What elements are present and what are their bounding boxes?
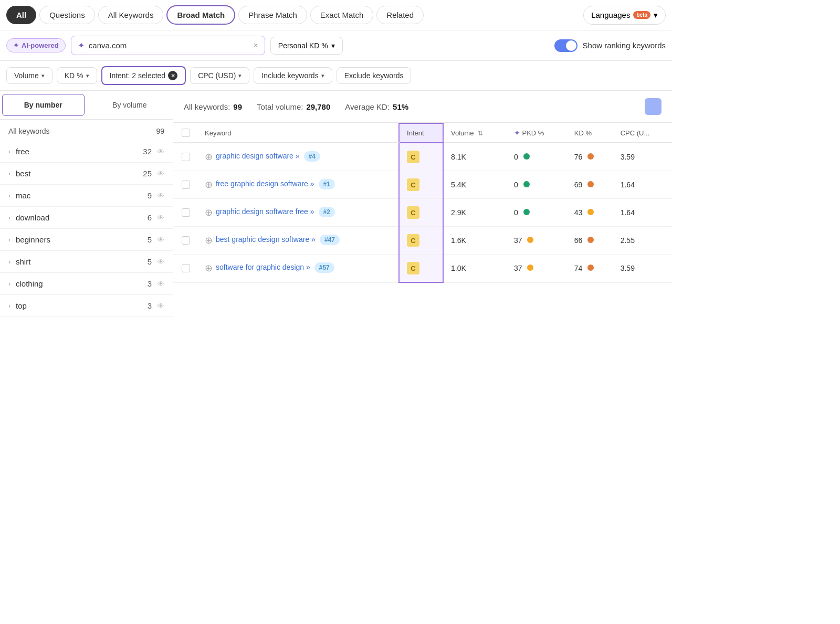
expand-arrow-icon: › bbox=[8, 280, 10, 288]
expand-arrow-icon: › bbox=[8, 192, 10, 199]
row-checkbox-cell bbox=[173, 143, 197, 171]
row-checkbox[interactable] bbox=[182, 264, 190, 272]
intent-cell: C bbox=[399, 199, 443, 227]
tab-exact-match[interactable]: Exact Match bbox=[310, 6, 374, 24]
cpc-filter[interactable]: CPC (USD) ▾ bbox=[190, 67, 249, 84]
sidebar-item[interactable]: › mac 9 👁 bbox=[0, 185, 173, 207]
add-keyword-icon[interactable]: ⊕ bbox=[205, 151, 213, 163]
volume-col-label: Volume bbox=[451, 129, 474, 137]
rank-badge: #1 bbox=[319, 179, 335, 189]
kd-value: 74 bbox=[574, 264, 583, 272]
sidebar-item[interactable]: › free 32 👁 bbox=[0, 141, 173, 163]
search-clear-icon[interactable]: × bbox=[253, 41, 258, 50]
row-checkbox[interactable] bbox=[182, 153, 190, 161]
pkd-dot bbox=[527, 237, 533, 243]
sidebar-item-label: top bbox=[16, 301, 148, 310]
keyword-link[interactable]: graphic design software free » bbox=[216, 207, 314, 217]
chevron-down-icon: ▾ bbox=[321, 72, 324, 79]
sort-icon: ⇅ bbox=[478, 130, 483, 137]
kd-dot bbox=[587, 209, 594, 215]
intent-cell: C bbox=[399, 143, 443, 171]
intent-filter-label: Intent: 2 selected bbox=[110, 71, 166, 80]
expand-arrow-icon: › bbox=[8, 170, 10, 177]
row-checkbox[interactable] bbox=[182, 181, 190, 189]
show-ranking-toggle[interactable] bbox=[554, 39, 578, 52]
sidebar-item-label: mac bbox=[16, 191, 148, 200]
keyword-link[interactable]: free graphic design software » bbox=[216, 179, 314, 189]
eye-icon[interactable]: 👁 bbox=[157, 302, 164, 310]
row-checkbox[interactable] bbox=[182, 208, 190, 217]
volume-filter[interactable]: Volume ▾ bbox=[6, 67, 52, 84]
keyword-link[interactable]: best graphic design software » bbox=[216, 235, 316, 245]
tab-phrase-match[interactable]: Phrase Match bbox=[238, 6, 307, 24]
include-keywords-filter[interactable]: Include keywords ▾ bbox=[254, 67, 332, 84]
table-row: ⊕ best graphic design software » #47 C 1… bbox=[173, 227, 672, 255]
kd-dropdown[interactable]: Personal KD % ▾ bbox=[270, 37, 343, 55]
row-checkbox[interactable] bbox=[182, 236, 190, 245]
intent-cell: C bbox=[399, 255, 443, 283]
add-keyword-icon[interactable]: ⊕ bbox=[205, 235, 213, 246]
toggle-knob bbox=[566, 40, 576, 51]
eye-icon[interactable]: 👁 bbox=[157, 280, 164, 288]
total-volume-value: 29,780 bbox=[306, 102, 330, 111]
all-keywords-value: 99 bbox=[233, 102, 242, 111]
eye-icon[interactable]: 👁 bbox=[157, 236, 164, 244]
col-kd: KD % bbox=[567, 123, 613, 143]
exclude-keywords-filter[interactable]: Exclude keywords bbox=[337, 67, 412, 84]
intent-badge: C bbox=[407, 151, 419, 163]
add-keyword-icon[interactable]: ⊕ bbox=[205, 179, 213, 191]
sidebar-item[interactable]: › download 6 👁 bbox=[0, 207, 173, 229]
languages-button[interactable]: Languages beta ▾ bbox=[583, 6, 666, 25]
sidebar-item[interactable]: › shirt 5 👁 bbox=[0, 251, 173, 273]
tab-questions[interactable]: Questions bbox=[39, 6, 95, 24]
eye-icon[interactable]: 👁 bbox=[157, 258, 164, 266]
tab-related[interactable]: Related bbox=[376, 6, 424, 24]
cpc-value: 1.64 bbox=[621, 208, 635, 217]
pkd-cell: 37 bbox=[507, 227, 567, 255]
intent-filter[interactable]: Intent: 2 selected ✕ bbox=[101, 66, 186, 85]
col-intent[interactable]: Intent bbox=[399, 123, 443, 143]
sidebar-item[interactable]: › top 3 👁 bbox=[0, 295, 173, 317]
pkd-value: 37 bbox=[514, 264, 522, 272]
kd-filter-label: KD % bbox=[65, 71, 83, 80]
sidebar-item[interactable]: › clothing 3 👁 bbox=[0, 273, 173, 295]
tab-all-keywords[interactable]: All Keywords bbox=[98, 6, 164, 24]
eye-icon[interactable]: 👁 bbox=[157, 192, 164, 200]
sidebar-item[interactable]: › beginners 5 👁 bbox=[0, 229, 173, 251]
sidebar-item-count: 9 bbox=[148, 191, 152, 200]
kd-dot bbox=[587, 181, 594, 187]
sparkle-search-icon: ✦ bbox=[78, 40, 85, 50]
sidebar-item-label: clothing bbox=[16, 279, 148, 288]
add-keyword-icon[interactable]: ⊕ bbox=[205, 207, 213, 218]
kd-filter[interactable]: KD % ▾ bbox=[57, 67, 97, 84]
all-keywords-label: All keywords: bbox=[184, 102, 230, 111]
eye-icon[interactable]: 👁 bbox=[157, 147, 164, 156]
kd-dropdown-label: Personal KD % bbox=[278, 41, 328, 50]
sidebar-item-label: download bbox=[16, 213, 148, 222]
sidebar-item[interactable]: › best 25 👁 bbox=[0, 163, 173, 185]
table-wrap[interactable]: Keyword Intent Volume ⇅ ✦ PKD % KD % CPC… bbox=[173, 123, 672, 623]
eye-icon[interactable]: 👁 bbox=[157, 214, 164, 222]
chevron-down-icon: ▾ bbox=[331, 41, 335, 50]
tab-by-volume[interactable]: By volume bbox=[89, 94, 171, 116]
chevron-down-icon: ▾ bbox=[238, 72, 242, 79]
select-all-checkbox[interactable] bbox=[182, 129, 190, 137]
sidebar-header: All keywords 99 bbox=[0, 120, 173, 141]
tab-all[interactable]: All bbox=[6, 6, 36, 24]
search-box[interactable]: ✦ canva.com × bbox=[71, 36, 265, 55]
tab-by-number[interactable]: By number bbox=[2, 94, 85, 116]
keyword-link[interactable]: software for graphic design » bbox=[216, 262, 310, 273]
chevron-down-icon: ▾ bbox=[86, 72, 89, 79]
eye-icon[interactable]: 👁 bbox=[157, 170, 164, 178]
col-volume[interactable]: Volume ⇅ bbox=[443, 123, 507, 143]
intent-cell: C bbox=[399, 227, 443, 255]
tab-broad-match[interactable]: Broad Match bbox=[166, 5, 235, 25]
keyword-cell: ⊕ best graphic design software » #47 bbox=[197, 227, 399, 255]
col-checkbox bbox=[173, 123, 197, 143]
pkd-dot bbox=[527, 265, 533, 271]
cpc-filter-label: CPC (USD) bbox=[198, 71, 236, 80]
add-keyword-icon[interactable]: ⊕ bbox=[205, 262, 213, 274]
keyword-link[interactable]: graphic design software » bbox=[216, 151, 300, 162]
intent-filter-clear-icon[interactable]: ✕ bbox=[168, 71, 177, 80]
ai-label: AI-powered bbox=[22, 41, 59, 49]
